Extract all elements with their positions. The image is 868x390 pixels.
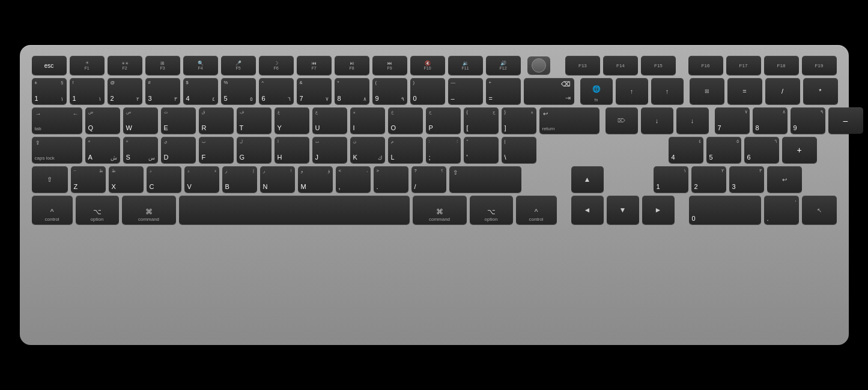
key-space[interactable] — [179, 196, 410, 224]
numpad-4[interactable]: ٤ 4 — [669, 137, 703, 163]
key-f16[interactable]: F16 — [688, 56, 723, 75]
key-f5[interactable]: 🎤 F5 — [221, 56, 256, 75]
numpad-2[interactable]: ٢ 2 — [691, 166, 726, 193]
key-r[interactable]: ق R — [199, 107, 234, 134]
key-l[interactable]: م L — [388, 137, 423, 163]
key-f4[interactable]: 🔍 F4 — [183, 56, 218, 75]
key-i[interactable]: ه I — [350, 107, 385, 134]
key-3[interactable]: # 3 ٣ — [145, 78, 180, 104]
key-backslash[interactable]: | \ — [502, 137, 536, 163]
key-up[interactable]: ▲ — [571, 166, 604, 193]
numpad-minus[interactable]: – — [828, 107, 863, 134]
key-z[interactable]: ~ ظ Z — [71, 166, 106, 193]
key-o[interactable]: خ O — [388, 107, 423, 134]
key-9[interactable]: ( 9 ٩ — [372, 78, 407, 104]
key-g[interactable]: ل G — [237, 137, 272, 163]
numpad-3[interactable]: ٣ 3 — [729, 166, 764, 193]
key-7[interactable]: & 7 ٧ — [297, 78, 332, 104]
key-end[interactable]: ↓ — [641, 107, 673, 134]
key-esc[interactable]: esc — [32, 56, 67, 75]
key-f2[interactable]: ☀☀ F2 — [108, 56, 142, 75]
key-j[interactable]: ت J — [312, 137, 347, 163]
numpad-clear[interactable]: ⊠ — [690, 78, 724, 104]
key-down[interactable]: ▼ — [607, 196, 639, 224]
numpad-plus[interactable]: + — [782, 137, 817, 163]
key-f6[interactable]: ☽ F6 — [259, 56, 294, 75]
key-f10[interactable]: 🔇 F10 — [410, 56, 445, 75]
numpad-enter-bottom[interactable]: ↖ — [802, 196, 837, 224]
key-slash[interactable]: ? ؟ / — [411, 166, 446, 193]
key-insert[interactable]: ↑ — [616, 78, 648, 104]
key-4[interactable]: $ 4 ٤ — [183, 78, 218, 104]
key-bracket-l[interactable]: { ج [ — [464, 107, 499, 134]
key-f12[interactable]: 🔊 F12 — [486, 56, 521, 75]
key-h[interactable]: ا H — [275, 137, 309, 163]
key-pgdn[interactable]: ↓ — [676, 107, 709, 134]
key-tab[interactable]: → ← tab — [32, 107, 82, 134]
numpad-8[interactable]: ٨ 8 — [753, 107, 788, 134]
numpad-6[interactable]: ٦ 6 — [744, 137, 779, 163]
key-v[interactable]: د ء V — [184, 166, 219, 193]
key-d[interactable]: ي D — [161, 137, 196, 163]
key-k[interactable]: ن K ك — [350, 137, 385, 163]
key-f19[interactable]: F19 — [802, 56, 837, 75]
numpad-equals[interactable]: = — [727, 78, 762, 104]
key-backspace[interactable]: ⌫ ⇥ — [524, 78, 574, 104]
key-command-right[interactable]: ⌘ command — [413, 196, 467, 224]
key-f9[interactable]: ⏭ F9 — [372, 56, 407, 75]
key-option-right[interactable]: ⌥ option — [470, 196, 513, 224]
numpad-9[interactable]: ٩ 9 — [791, 107, 825, 134]
key-minus[interactable]: — – — [448, 78, 483, 104]
key-shift-right[interactable]: ⇧ — [449, 166, 521, 193]
key-f8[interactable]: ⏯ F8 — [335, 56, 369, 75]
numpad-0[interactable]: 0 — [689, 196, 761, 224]
key-e[interactable]: ث E — [161, 107, 196, 134]
key-command-left[interactable]: ⌘ command — [122, 196, 176, 224]
key-comma[interactable]: < ، , — [336, 166, 371, 193]
numpad-5[interactable]: ٥ 5 — [706, 137, 741, 163]
numpad-divide[interactable]: / — [765, 78, 800, 104]
key-f1[interactable]: ☀ F1 — [70, 56, 105, 75]
key-left[interactable]: ◄ — [571, 196, 604, 224]
key-period[interactable]: > . — [374, 166, 408, 193]
key-y[interactable]: غ Y — [275, 107, 309, 134]
key-delete-fwd[interactable]: ⌦ — [605, 107, 638, 134]
key-2[interactable]: @ 2 ٢ — [108, 78, 142, 104]
numpad-multiply[interactable]: * — [803, 78, 838, 104]
key-s[interactable]: » S س — [123, 137, 158, 163]
key-return[interactable]: ↩ return — [539, 107, 599, 134]
key-x[interactable]: ط X — [109, 166, 144, 193]
key-f15[interactable]: F15 — [641, 56, 676, 75]
key-option-left[interactable]: ⌥ option — [76, 196, 119, 224]
key-semicolon[interactable]: : ؛ ; — [426, 137, 461, 163]
numpad-enter[interactable]: ↩ — [767, 166, 802, 193]
key-b[interactable]: ز إ B — [222, 166, 257, 193]
key-f18[interactable]: F18 — [764, 56, 799, 75]
key-f17[interactable]: F17 — [726, 56, 761, 75]
key-q[interactable]: ض Q — [85, 107, 120, 134]
key-bracket-r[interactable]: } ة ] — [502, 107, 536, 134]
key-u[interactable]: ع U — [312, 107, 347, 134]
key-f[interactable]: ب F — [199, 137, 234, 163]
key-n[interactable]: ر ! N — [260, 166, 295, 193]
key-8[interactable]: * 8 ٨ — [335, 78, 369, 104]
key-6[interactable]: ^ 6 ٦ — [259, 78, 294, 104]
key-c[interactable]: ذ C — [147, 166, 181, 193]
key-m[interactable]: و ؤ M — [298, 166, 333, 193]
key-touchid[interactable] — [525, 56, 553, 75]
key-equals[interactable]: + = — [486, 78, 521, 104]
key-quote[interactable]: " ' — [464, 137, 499, 163]
key-f14[interactable]: F14 — [603, 56, 638, 75]
key-control-right[interactable]: ^ control — [516, 196, 557, 224]
key-f11[interactable]: 🔉 F11 — [448, 56, 483, 75]
key-backtick[interactable]: ± § 1 ١ — [32, 78, 67, 104]
numpad-decimal[interactable]: ، . — [764, 196, 799, 224]
key-shift-left[interactable]: ⇧ — [32, 166, 68, 193]
key-home[interactable]: ↑ — [651, 78, 684, 104]
key-0[interactable]: ) 0 — [410, 78, 445, 104]
key-a[interactable]: « A ش — [85, 137, 120, 163]
key-5[interactable]: % 5 ٥ — [221, 78, 256, 104]
numpad-7[interactable]: ٧ 7 — [715, 107, 750, 134]
key-globe[interactable]: 🌐 fn — [580, 78, 613, 104]
key-t[interactable]: ف T — [237, 107, 272, 134]
